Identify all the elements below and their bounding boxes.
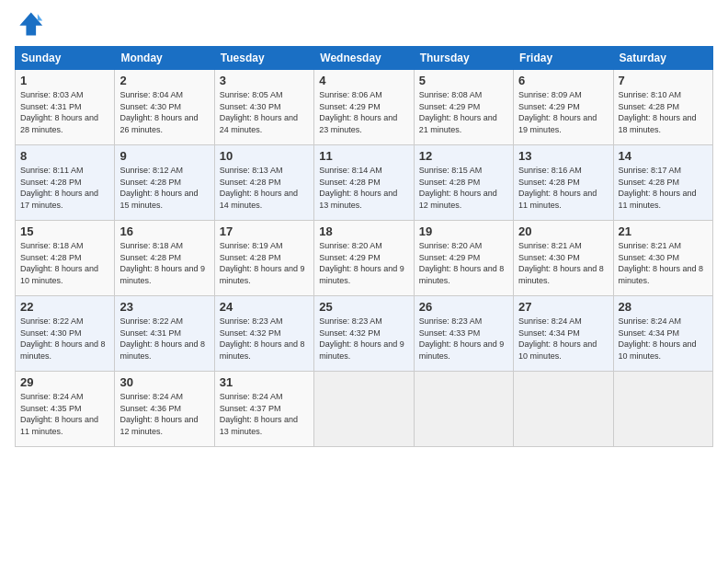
- calendar-day-cell: 31Sunrise: 8:24 AMSunset: 4:37 PMDayligh…: [214, 372, 313, 447]
- dow-header: Friday: [514, 47, 613, 70]
- day-number: 24: [220, 300, 309, 314]
- day-detail: Sunrise: 8:24 AMSunset: 4:37 PMDaylight:…: [220, 391, 309, 437]
- day-number: 3: [220, 74, 309, 87]
- day-detail: Sunrise: 8:22 AMSunset: 4:30 PMDaylight:…: [20, 316, 109, 362]
- calendar-day-cell: 26Sunrise: 8:23 AMSunset: 4:33 PMDayligh…: [414, 296, 513, 372]
- calendar-week-row: 15Sunrise: 8:18 AMSunset: 4:28 PMDayligh…: [16, 221, 713, 296]
- logo: [15, 9, 48, 39]
- dow-header: Wednesday: [314, 47, 414, 70]
- calendar-body: 1Sunrise: 8:03 AMSunset: 4:31 PMDaylight…: [16, 70, 713, 447]
- calendar-week-row: 1Sunrise: 8:03 AMSunset: 4:31 PMDaylight…: [16, 70, 713, 145]
- day-detail: Sunrise: 8:24 AMSunset: 4:36 PMDaylight:…: [119, 391, 209, 437]
- day-detail: Sunrise: 8:19 AMSunset: 4:28 PMDaylight:…: [220, 240, 309, 286]
- calendar-day-cell: 8Sunrise: 8:11 AMSunset: 4:28 PMDaylight…: [16, 145, 115, 221]
- day-detail: Sunrise: 8:23 AMSunset: 4:32 PMDaylight:…: [319, 316, 408, 362]
- calendar-day-cell: 13Sunrise: 8:16 AMSunset: 4:28 PMDayligh…: [514, 145, 613, 221]
- calendar-day-cell: [414, 372, 513, 447]
- day-number: 23: [119, 300, 209, 314]
- day-number: 16: [119, 224, 209, 238]
- day-detail: Sunrise: 8:18 AMSunset: 4:28 PMDaylight:…: [119, 240, 209, 286]
- day-number: 22: [20, 300, 109, 314]
- day-number: 15: [20, 224, 109, 238]
- day-detail: Sunrise: 8:10 AMSunset: 4:28 PMDaylight:…: [619, 89, 708, 135]
- calendar-day-cell: 28Sunrise: 8:24 AMSunset: 4:34 PMDayligh…: [613, 296, 712, 372]
- calendar-day-cell: 6Sunrise: 8:09 AMSunset: 4:29 PMDaylight…: [514, 70, 613, 145]
- dow-header: Sunday: [16, 47, 115, 70]
- day-detail: Sunrise: 8:20 AMSunset: 4:29 PMDaylight:…: [319, 240, 408, 286]
- day-number: 18: [319, 224, 408, 238]
- calendar-day-cell: 25Sunrise: 8:23 AMSunset: 4:32 PMDayligh…: [314, 296, 414, 372]
- day-detail: Sunrise: 8:24 AMSunset: 4:35 PMDaylight:…: [20, 391, 109, 437]
- day-number: 14: [619, 149, 708, 163]
- calendar-day-cell: 11Sunrise: 8:14 AMSunset: 4:28 PMDayligh…: [314, 145, 414, 221]
- calendar-day-cell: 16Sunrise: 8:18 AMSunset: 4:28 PMDayligh…: [115, 221, 214, 296]
- calendar-day-cell: 7Sunrise: 8:10 AMSunset: 4:28 PMDaylight…: [613, 70, 712, 145]
- day-number: 26: [419, 300, 508, 314]
- calendar-day-cell: 19Sunrise: 8:20 AMSunset: 4:29 PMDayligh…: [414, 221, 513, 296]
- day-detail: Sunrise: 8:16 AMSunset: 4:28 PMDaylight:…: [518, 165, 608, 211]
- day-detail: Sunrise: 8:11 AMSunset: 4:28 PMDaylight:…: [20, 165, 109, 211]
- calendar-week-row: 22Sunrise: 8:22 AMSunset: 4:30 PMDayligh…: [16, 296, 713, 372]
- calendar-day-cell: 17Sunrise: 8:19 AMSunset: 4:28 PMDayligh…: [214, 221, 313, 296]
- calendar-day-cell: 27Sunrise: 8:24 AMSunset: 4:34 PMDayligh…: [514, 296, 613, 372]
- calendar-day-cell: 1Sunrise: 8:03 AMSunset: 4:31 PMDaylight…: [16, 70, 115, 145]
- day-detail: Sunrise: 8:14 AMSunset: 4:28 PMDaylight:…: [319, 165, 408, 211]
- day-number: 29: [20, 375, 109, 389]
- calendar-day-cell: 15Sunrise: 8:18 AMSunset: 4:28 PMDayligh…: [16, 221, 115, 296]
- day-detail: Sunrise: 8:15 AMSunset: 4:28 PMDaylight:…: [419, 165, 508, 211]
- dow-header: Monday: [115, 47, 214, 70]
- day-number: 4: [319, 74, 408, 87]
- calendar-week-row: 8Sunrise: 8:11 AMSunset: 4:28 PMDaylight…: [16, 145, 713, 221]
- day-detail: Sunrise: 8:21 AMSunset: 4:30 PMDaylight:…: [619, 240, 708, 286]
- calendar-day-cell: 30Sunrise: 8:24 AMSunset: 4:36 PMDayligh…: [115, 372, 214, 447]
- header: [15, 9, 713, 39]
- day-of-week-row: SundayMondayTuesdayWednesdayThursdayFrid…: [16, 47, 713, 70]
- dow-header: Saturday: [613, 47, 712, 70]
- day-number: 31: [220, 375, 309, 389]
- day-number: 27: [518, 300, 608, 314]
- dow-header: Tuesday: [214, 47, 313, 70]
- day-number: 8: [20, 149, 109, 163]
- day-number: 7: [619, 74, 708, 87]
- day-detail: Sunrise: 8:05 AMSunset: 4:30 PMDaylight:…: [220, 89, 309, 135]
- calendar-day-cell: 29Sunrise: 8:24 AMSunset: 4:35 PMDayligh…: [16, 372, 115, 447]
- svg-marker-0: [19, 13, 42, 36]
- day-detail: Sunrise: 8:17 AMSunset: 4:28 PMDaylight:…: [619, 165, 708, 211]
- calendar-day-cell: 4Sunrise: 8:06 AMSunset: 4:29 PMDaylight…: [314, 70, 414, 145]
- day-detail: Sunrise: 8:03 AMSunset: 4:31 PMDaylight:…: [20, 89, 109, 135]
- calendar-day-cell: 12Sunrise: 8:15 AMSunset: 4:28 PMDayligh…: [414, 145, 513, 221]
- day-number: 5: [419, 74, 508, 87]
- calendar-day-cell: 23Sunrise: 8:22 AMSunset: 4:31 PMDayligh…: [115, 296, 214, 372]
- day-number: 10: [220, 149, 309, 163]
- calendar-day-cell: 14Sunrise: 8:17 AMSunset: 4:28 PMDayligh…: [613, 145, 712, 221]
- day-number: 1: [20, 74, 109, 87]
- day-number: 21: [619, 224, 708, 238]
- calendar-day-cell: 22Sunrise: 8:22 AMSunset: 4:30 PMDayligh…: [16, 296, 115, 372]
- day-detail: Sunrise: 8:23 AMSunset: 4:32 PMDaylight:…: [220, 316, 309, 362]
- calendar-table: SundayMondayTuesdayWednesdayThursdayFrid…: [15, 46, 713, 447]
- day-number: 30: [119, 375, 209, 389]
- calendar-day-cell: 2Sunrise: 8:04 AMSunset: 4:30 PMDaylight…: [115, 70, 214, 145]
- calendar-day-cell: [514, 372, 613, 447]
- day-number: 17: [220, 224, 309, 238]
- day-detail: Sunrise: 8:24 AMSunset: 4:34 PMDaylight:…: [518, 316, 608, 362]
- day-number: 6: [518, 74, 608, 87]
- day-number: 19: [419, 224, 508, 238]
- day-number: 12: [419, 149, 508, 163]
- day-detail: Sunrise: 8:18 AMSunset: 4:28 PMDaylight:…: [20, 240, 109, 286]
- calendar-day-cell: 20Sunrise: 8:21 AMSunset: 4:30 PMDayligh…: [514, 221, 613, 296]
- day-detail: Sunrise: 8:20 AMSunset: 4:29 PMDaylight:…: [419, 240, 508, 286]
- day-detail: Sunrise: 8:13 AMSunset: 4:28 PMDaylight:…: [220, 165, 309, 211]
- day-number: 28: [619, 300, 708, 314]
- calendar-day-cell: 18Sunrise: 8:20 AMSunset: 4:29 PMDayligh…: [314, 221, 414, 296]
- svg-marker-1: [38, 14, 42, 20]
- day-number: 2: [119, 74, 209, 87]
- day-detail: Sunrise: 8:08 AMSunset: 4:29 PMDaylight:…: [419, 89, 508, 135]
- day-number: 11: [319, 149, 408, 163]
- day-number: 25: [319, 300, 408, 314]
- day-detail: Sunrise: 8:12 AMSunset: 4:28 PMDaylight:…: [119, 165, 209, 211]
- calendar-day-cell: 21Sunrise: 8:21 AMSunset: 4:30 PMDayligh…: [613, 221, 712, 296]
- day-detail: Sunrise: 8:06 AMSunset: 4:29 PMDaylight:…: [319, 89, 408, 135]
- day-number: 9: [119, 149, 209, 163]
- calendar-day-cell: 10Sunrise: 8:13 AMSunset: 4:28 PMDayligh…: [214, 145, 313, 221]
